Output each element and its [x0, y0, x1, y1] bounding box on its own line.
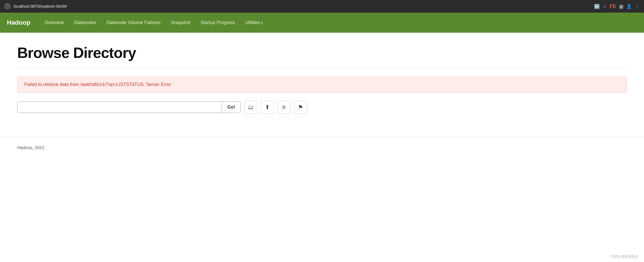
error-alert: Failed to retrieve data from /webhdfs/v1…	[17, 77, 627, 93]
extensions-icon[interactable]: FE	[610, 3, 616, 9]
error-message: Failed to retrieve data from /webhdfs/v1…	[24, 82, 171, 87]
list-button[interactable]: ≡	[277, 101, 290, 114]
browser-chrome: ⓘ localhost:9870/explorer.html#/ 🔤 ☆ FE …	[0, 0, 644, 13]
upload-button[interactable]: ⬆	[261, 101, 274, 114]
navbar-brand[interactable]: Hadoop	[7, 19, 30, 26]
directory-input[interactable]	[17, 102, 222, 113]
bookmark-icon[interactable]: ☆	[603, 4, 607, 9]
directory-input-row: Go! 🗂 ⬆ ≡ ⚑	[17, 101, 627, 114]
folder-icon: 🗂	[248, 104, 254, 111]
navbar-nav: Overview Datanodes Datanode Volume Failu…	[40, 18, 268, 28]
folder-button[interactable]: 🗂	[244, 101, 257, 114]
nav-item-volume-failures[interactable]: Datanode Volume Failures	[101, 18, 166, 28]
nav-item-datanodes[interactable]: Datanodes	[69, 18, 101, 28]
nav-link-overview[interactable]: Overview	[40, 18, 69, 28]
footer-text: Hadoop, 2022.	[17, 145, 45, 150]
nav-item-utilities[interactable]: Utilities	[240, 18, 268, 28]
menu-icon[interactable]: ⋮	[635, 4, 639, 9]
upload-icon: ⬆	[265, 104, 270, 111]
profile-icon[interactable]: 👤	[626, 4, 632, 9]
main-content: Browse Directory Failed to retrieve data…	[0, 33, 644, 137]
qr-icon[interactable]: ▦	[619, 4, 623, 9]
flag-icon: ⚑	[298, 104, 303, 111]
flag-button[interactable]: ⚑	[294, 101, 307, 114]
nav-link-datanodes[interactable]: Datanodes	[69, 18, 101, 28]
page-title: Browse Directory	[17, 44, 627, 61]
navbar: Hadoop Overview Datanodes Datanode Volum…	[0, 13, 644, 33]
nav-item-overview[interactable]: Overview	[40, 18, 69, 28]
nav-link-volume-failures[interactable]: Datanode Volume Failures	[101, 18, 166, 28]
title-divider	[17, 68, 627, 69]
browser-actions: 🔤 ☆ FE ▦ 👤 ⋮	[594, 3, 639, 9]
directory-input-wrapper: Go!	[17, 101, 241, 113]
nav-link-snapshot[interactable]: Snapshot	[166, 18, 196, 28]
translate-icon[interactable]: 🔤	[594, 4, 600, 9]
list-icon: ≡	[282, 103, 286, 111]
nav-link-utilities[interactable]: Utilities	[240, 18, 268, 28]
nav-item-startup-progress[interactable]: Startup Progress	[195, 18, 240, 28]
go-button[interactable]: Go!	[222, 102, 240, 113]
nav-item-snapshot[interactable]: Snapshot	[166, 18, 196, 28]
nav-link-startup-progress[interactable]: Startup Progress	[195, 18, 240, 28]
info-icon: ⓘ	[5, 3, 10, 9]
url-bar[interactable]: localhost:9870/explorer.html#/	[14, 4, 591, 9]
footer: Hadoop, 2022.	[0, 137, 644, 158]
